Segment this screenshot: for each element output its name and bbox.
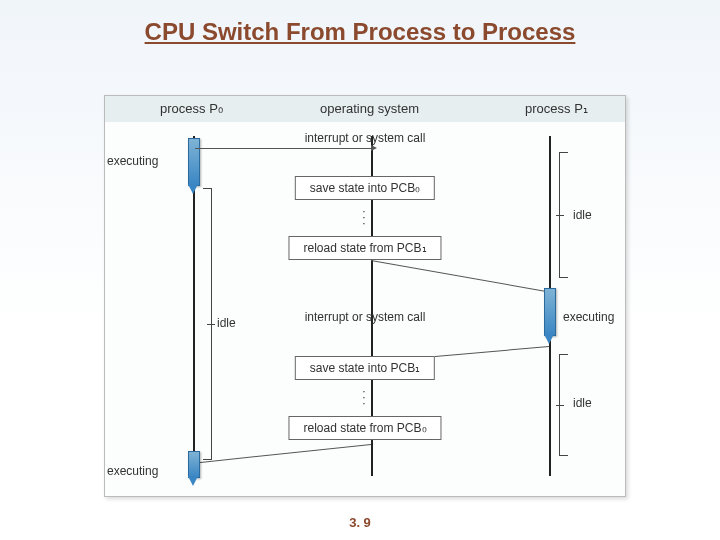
brace-idle-p0 bbox=[203, 188, 212, 460]
exec-p0-top bbox=[188, 138, 200, 186]
context-switch-diagram: process P₀ operating system process P₁ e… bbox=[104, 95, 626, 497]
exec-p0-bottom bbox=[188, 451, 200, 478]
box-reload-pcb1: reload state from PCB₁ bbox=[288, 236, 441, 260]
label-idle-p1-top: idle bbox=[573, 208, 592, 222]
col-p1: process P₁ bbox=[525, 101, 588, 116]
line-to-os-1 bbox=[195, 148, 371, 149]
arrow-p0-top bbox=[188, 184, 198, 194]
slide-title: CPU Switch From Process to Process bbox=[0, 0, 720, 46]
col-p0: process P₀ bbox=[160, 101, 223, 116]
box-reload-pcb0: reload state from PCB₀ bbox=[288, 416, 441, 440]
line-to-p1 bbox=[371, 260, 546, 292]
line-to-p0 bbox=[196, 444, 371, 463]
brace-idle-p1-top bbox=[559, 152, 568, 278]
vdots-1: ··· bbox=[362, 208, 367, 226]
box-save-pcb1: save state into PCB₁ bbox=[295, 356, 435, 380]
interrupt-1: interrupt or system call bbox=[305, 131, 426, 145]
label-idle-p0: idle bbox=[217, 316, 236, 330]
exec-p1 bbox=[544, 288, 556, 336]
label-executing-p0-top: executing bbox=[107, 154, 158, 168]
col-os: operating system bbox=[320, 101, 419, 116]
label-executing-p1: executing bbox=[563, 310, 614, 324]
label-executing-p0-bottom: executing bbox=[107, 464, 158, 478]
slide-number: 3. 9 bbox=[349, 515, 371, 530]
box-save-pcb0: save state into PCB₀ bbox=[295, 176, 435, 200]
arrow-p0-bottom bbox=[188, 476, 198, 486]
label-idle-p1-bottom: idle bbox=[573, 396, 592, 410]
interrupt-2: interrupt or system call bbox=[305, 310, 426, 324]
brace-idle-p1-bottom bbox=[559, 354, 568, 456]
arrow-p1 bbox=[544, 334, 554, 344]
vdots-2: ··· bbox=[362, 388, 367, 406]
